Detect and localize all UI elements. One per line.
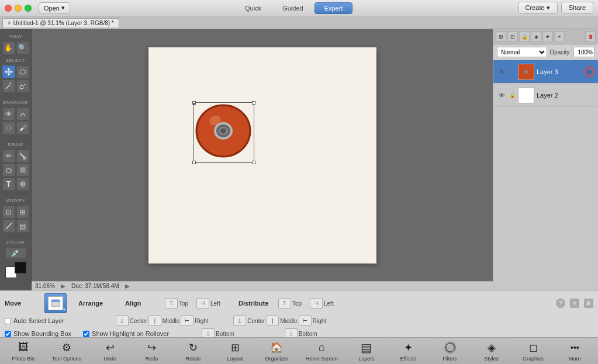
- eye-tool[interactable]: 👁: [2, 108, 15, 120]
- align-middle-btn[interactable]: |: [148, 316, 161, 326]
- color-swatches[interactable]: [5, 262, 26, 278]
- ruler-tool[interactable]: [2, 220, 15, 233]
- dock-graphics-label: Graphics: [523, 356, 544, 362]
- canvas-container[interactable]: [32, 29, 493, 281]
- layer-2-lock[interactable]: 🔒: [509, 92, 516, 99]
- blur-tool[interactable]: [2, 122, 15, 134]
- svg-rect-5: [6, 169, 11, 172]
- rp-btn-2[interactable]: ⊡: [507, 32, 518, 42]
- grid-view-button[interactable]: ⊞: [584, 299, 593, 308]
- layer-3-fx-badge[interactable]: fx: [584, 67, 594, 77]
- dock-redo[interactable]: ↪ Redo: [136, 339, 168, 363]
- maximize-btn[interactable]: [25, 5, 32, 12]
- dock-graphics[interactable]: ◻ Graphics: [517, 339, 549, 363]
- status-arrow[interactable]: ▶: [61, 283, 65, 289]
- foreground-color-swatch[interactable]: [15, 262, 26, 273]
- sel-handle-bl[interactable]: [192, 161, 196, 164]
- dock-photo-bin[interactable]: 🖼 Photo Bin: [7, 339, 40, 363]
- rp-btn-4[interactable]: ◈: [531, 32, 541, 42]
- dock-photo-bin-label: Photo Bin: [12, 356, 34, 362]
- align-left-btn[interactable]: ⊣: [196, 298, 209, 308]
- gradient-tool[interactable]: ▤: [16, 220, 29, 233]
- bounding-box-checkbox[interactable]: [5, 331, 11, 337]
- donut-object[interactable]: [194, 103, 253, 158]
- quick-sel-tool[interactable]: [16, 79, 29, 92]
- eraser-tool[interactable]: [2, 164, 15, 176]
- sponge-tool[interactable]: 🖌: [16, 122, 29, 134]
- rp-btn-5[interactable]: ✦: [542, 32, 553, 42]
- zoom-tool[interactable]: 🔍: [16, 41, 29, 54]
- titlebar: Open ▾ Quick Guided Expert Create ▾ Shar…: [0, 0, 598, 16]
- layer-3-visibility[interactable]: 👁: [497, 67, 506, 77]
- align-top-btn[interactable]: ⊤: [165, 298, 178, 308]
- custom-tool[interactable]: [16, 178, 29, 190]
- tab-quick[interactable]: Quick: [235, 2, 271, 14]
- opacity-input[interactable]: [573, 47, 594, 57]
- help-button[interactable]: ?: [556, 299, 565, 308]
- dock-rotate-label: Rotate: [186, 356, 202, 362]
- eyedropper-tool[interactable]: 💉: [5, 248, 26, 258]
- create-button[interactable]: Create ▾: [518, 2, 558, 14]
- sel-handle-br[interactable]: [252, 161, 255, 164]
- document-tab[interactable]: × Untitled-1 @ 31.1% (Layer 3, RGB/8) *: [2, 18, 119, 27]
- dist-top-btn[interactable]: ⊤: [278, 298, 291, 308]
- hand-tool[interactable]: ✋: [2, 41, 15, 54]
- rp-btn-trash[interactable]: 🗑: [585, 32, 596, 42]
- dock-styles[interactable]: ◈ Styles: [475, 339, 508, 363]
- crop-tool[interactable]: ⊡: [2, 206, 15, 219]
- align-center-btn[interactable]: ⊥: [116, 316, 129, 326]
- layer-item-3[interactable]: 👁 Layer 3 fx: [493, 60, 598, 84]
- dist-center-btn[interactable]: ⊥: [233, 316, 246, 326]
- auto-select-checkbox[interactable]: [5, 318, 11, 324]
- layer-3-lock[interactable]: [509, 68, 516, 75]
- share-button[interactable]: Share: [561, 2, 593, 14]
- rp-btn-3[interactable]: 🔒: [519, 32, 530, 42]
- minimize-btn[interactable]: [15, 5, 22, 12]
- magic-wand-tool[interactable]: [2, 79, 15, 92]
- divider-1: [3, 95, 29, 95]
- brush-tool[interactable]: [16, 150, 29, 162]
- enhance-label: ENHANCE: [0, 100, 31, 105]
- blend-mode-select[interactable]: Normal: [497, 47, 547, 57]
- status-arrow-2[interactable]: ▶: [125, 283, 130, 289]
- layer-item-2[interactable]: 👁 🔒 Layer 2: [493, 84, 598, 107]
- burn-tool[interactable]: [16, 108, 29, 120]
- dist-right-btn[interactable]: ⊢: [299, 316, 312, 326]
- dock-rotate[interactable]: ↻ Rotate: [177, 339, 210, 363]
- dock-more[interactable]: ••• More: [558, 339, 591, 363]
- dock-filters[interactable]: 🔘 Filters: [434, 339, 466, 363]
- dist-left-btn[interactable]: ⊣: [310, 298, 323, 308]
- list-view-button[interactable]: ≡: [570, 299, 579, 308]
- close-btn[interactable]: [5, 5, 12, 12]
- shape-tool[interactable]: [16, 164, 29, 176]
- tab-expert[interactable]: Expert: [314, 2, 353, 14]
- tool-options-icon: ⚙: [60, 341, 74, 355]
- lasso-tool[interactable]: [16, 65, 29, 78]
- dock-layers[interactable]: ▤ Layers: [350, 339, 383, 363]
- move-section-label: Move: [5, 300, 40, 307]
- dock-tool-options[interactable]: ⚙ Tool Options: [49, 339, 85, 363]
- dock-effects[interactable]: ✦ Effects: [392, 339, 424, 363]
- align-right-btn[interactable]: ⊢: [181, 316, 193, 326]
- text-tool[interactable]: T: [2, 178, 15, 190]
- dist-row-2: ⊥ Center | Middle ⊢ Right: [233, 316, 329, 326]
- highlight-checkbox[interactable]: [83, 331, 89, 337]
- svg-point-22: [524, 70, 528, 74]
- transform-tool[interactable]: ⊞: [16, 206, 29, 219]
- doc-tab-close[interactable]: ×: [8, 20, 11, 26]
- pencil-tool[interactable]: ✏: [2, 150, 15, 162]
- layer-2-visibility[interactable]: 👁: [497, 91, 506, 100]
- tab-guided[interactable]: Guided: [272, 2, 313, 14]
- move-tool[interactable]: [2, 65, 15, 78]
- dock-organizer[interactable]: 🏠 Organizer: [260, 339, 293, 363]
- rp-btn-6[interactable]: +: [554, 32, 565, 42]
- dock-undo[interactable]: ↩ Undo: [94, 339, 126, 363]
- dock-home-screen[interactable]: ⌂ Home Screen: [302, 339, 341, 363]
- open-button[interactable]: Open ▾: [39, 2, 70, 13]
- move-icon-box[interactable]: ▾: [44, 293, 67, 313]
- dock-layout[interactable]: ⊞ Layout: [219, 339, 251, 363]
- dist-middle-btn[interactable]: |: [266, 316, 279, 326]
- tool-options-panel: Move ▾ Arrange Align ⊤ Top ⊣ Left Distri…: [0, 290, 598, 337]
- rp-btn-1[interactable]: ⊞: [496, 32, 506, 42]
- canvas[interactable]: [148, 47, 376, 264]
